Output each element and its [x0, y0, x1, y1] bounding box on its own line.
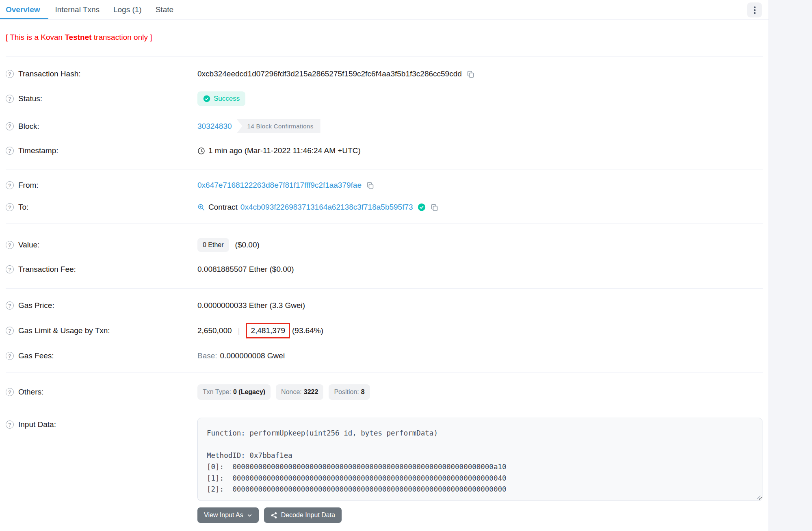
gas-usage-value: 2,481,379	[251, 326, 285, 335]
from-row: ? From: 0x647e7168122263d8e7f81f17fff9c2…	[0, 174, 769, 196]
status-value: Success	[214, 95, 240, 103]
help-icon[interactable]: ?	[6, 70, 14, 78]
transaction-hash-value: 0xcb324eedcd1d07296fdf3d215a2865275f159c…	[197, 69, 462, 78]
timestamp-label: Timestamp:	[18, 146, 58, 155]
ether-value-badge: 0 Ether	[197, 238, 229, 252]
tab-state[interactable]: State	[149, 0, 180, 19]
decode-input-data-label: Decode Input Data	[281, 511, 335, 519]
gas-price-row: ? Gas Price: 0.0000000033 Ether (3.3 Gwe…	[0, 295, 769, 316]
clock-icon	[197, 147, 205, 155]
status-badge: Success	[197, 91, 245, 106]
help-icon[interactable]: ?	[6, 181, 14, 189]
timestamp-row: ? Timestamp: 1 min ago (Mar-11-2022 11:4…	[0, 140, 769, 162]
base-fee-value: 0.000000008 Gwei	[220, 351, 285, 360]
help-icon[interactable]: ?	[6, 241, 14, 249]
from-label: From:	[18, 181, 39, 190]
verified-check-icon	[418, 203, 426, 211]
tab-logs[interactable]: Logs (1)	[106, 0, 149, 19]
help-icon[interactable]: ?	[6, 420, 14, 429]
copy-icon	[430, 203, 439, 212]
value-row: ? Value: 0 Ether ($0.00)	[0, 232, 769, 258]
others-label: Others:	[18, 388, 43, 397]
input-data-box[interactable]: Function: performUpkeep(uint256 id, byte…	[197, 418, 762, 501]
section-others: ? Others: Txn Type: 0 (Legacy) Nonce: 32…	[0, 373, 769, 531]
position-key: Position:	[334, 388, 359, 396]
txn-type-key: Txn Type:	[203, 388, 231, 396]
gas-limit-usage-label: Gas Limit & Usage by Txn:	[18, 326, 110, 335]
transaction-hash-row: ? Transaction Hash: 0xcb324eedcd1d07296f…	[0, 63, 769, 85]
tab-overview[interactable]: Overview	[0, 0, 48, 19]
decode-input-data-button[interactable]: Decode Input Data	[264, 507, 342, 523]
gas-price-label: Gas Price:	[18, 301, 54, 310]
transaction-fee-label: Transaction Fee:	[18, 265, 76, 274]
help-icon[interactable]: ?	[6, 147, 14, 155]
input-data-label: Input Data:	[18, 420, 56, 429]
transaction-fee-row: ? Transaction Fee: 0.0081885507 Ether ($…	[0, 258, 769, 280]
resize-handle[interactable]	[756, 494, 761, 499]
tab-bar: Overview Internal Txns Logs (1) State	[0, 0, 769, 20]
status-label: Status:	[18, 94, 42, 103]
kebab-dot	[754, 12, 756, 14]
check-circle-icon	[203, 95, 210, 102]
kebab-menu-button[interactable]	[747, 2, 762, 17]
from-address-link[interactable]: 0x647e7168122263d8e7f81f17fff9c2f1aa379f…	[197, 181, 362, 190]
copy-from-address-button[interactable]	[366, 181, 375, 190]
testnet-warning-prefix: [ This is a Kovan	[6, 33, 65, 41]
transaction-overview-card: Overview Internal Txns Logs (1) State [ …	[0, 0, 769, 531]
copy-to-address-button[interactable]	[430, 203, 439, 212]
timestamp-value: 1 min ago (Mar-11-2022 11:46:24 AM +UTC)	[208, 146, 361, 155]
input-data-row: ? Input Data: Function: performUpkeep(ui…	[0, 406, 769, 529]
txn-type-badge: Txn Type: 0 (Legacy)	[197, 384, 271, 400]
block-confirmations-badge: 14 Block Confirmations	[237, 119, 320, 133]
gas-limit-value: 2,650,000	[197, 326, 232, 335]
testnet-warning: [ This is a Kovan Testnet transaction on…	[0, 20, 769, 56]
help-icon[interactable]: ?	[6, 122, 14, 130]
separator-pipe: |	[238, 326, 240, 335]
block-row: ? Block: 30324830 14 Block Confirmations	[0, 113, 769, 140]
transaction-hash-label: Transaction Hash:	[18, 69, 80, 78]
section-gas: ? Gas Price: 0.0000000033 Ether (3.3 Gwe…	[0, 289, 769, 373]
section-parties: ? From: 0x647e7168122263d8e7f81f17fff9c2…	[0, 169, 769, 223]
gas-fees-label: Gas Fees:	[18, 351, 54, 360]
copy-icon	[366, 181, 375, 190]
help-icon[interactable]: ?	[6, 327, 14, 335]
position-value: 8	[361, 388, 365, 396]
magnifier-plus-icon[interactable]	[197, 204, 205, 211]
help-icon[interactable]: ?	[6, 352, 14, 360]
section-summary: ? Transaction Hash: 0xcb324eedcd1d07296f…	[0, 56, 769, 169]
help-icon[interactable]: ?	[6, 265, 14, 273]
nonce-key: Nonce:	[281, 388, 302, 396]
kebab-dot	[754, 9, 756, 11]
help-icon[interactable]: ?	[6, 95, 14, 103]
testnet-warning-bold: Testnet	[65, 33, 91, 41]
block-label: Block:	[18, 122, 39, 131]
gas-usage-percent: (93.64%)	[292, 326, 323, 335]
to-row: ? To: Contract 0x4cb093f226983713164a621…	[0, 196, 769, 218]
base-fee-label: Base:	[197, 351, 217, 360]
input-data-content: Function: performUpkeep(uint256 id, byte…	[207, 428, 753, 495]
block-number-link[interactable]: 30324830	[197, 122, 232, 131]
chevron-down-icon	[247, 513, 252, 518]
nonce-badge: Nonce: 3222	[276, 384, 323, 400]
view-input-as-button[interactable]: View Input As	[197, 507, 259, 523]
help-icon[interactable]: ?	[6, 388, 14, 396]
gas-fees-row: ? Gas Fees: Base: 0.000000008 Gwei	[0, 345, 769, 367]
gas-usage-highlight-box: 2,481,379	[246, 323, 290, 338]
copy-icon	[466, 70, 475, 78]
view-input-as-label: View Input As	[204, 511, 243, 519]
tab-internal-txns[interactable]: Internal Txns	[48, 0, 106, 19]
help-icon[interactable]: ?	[6, 301, 14, 310]
gas-limit-usage-row: ? Gas Limit & Usage by Txn: 2,650,000 | …	[0, 316, 769, 345]
page-background-strip	[769, 0, 812, 531]
to-address-link[interactable]: 0x4cb093f226983713164a62138c3f718a5b595f…	[240, 203, 413, 212]
to-label: To:	[18, 203, 28, 212]
transaction-fee-value: 0.0081885507 Ether ($0.00)	[197, 265, 294, 274]
testnet-warning-suffix: transaction only ]	[92, 33, 152, 41]
copy-txn-hash-button[interactable]	[466, 70, 475, 78]
help-icon[interactable]: ?	[6, 203, 14, 211]
position-badge: Position: 8	[329, 384, 370, 400]
value-label: Value:	[18, 241, 39, 249]
section-value: ? Value: 0 Ether ($0.00) ? Transaction F…	[0, 223, 769, 288]
status-row: ? Status: Success	[0, 85, 769, 113]
others-row: ? Others: Txn Type: 0 (Legacy) Nonce: 32…	[0, 378, 769, 406]
